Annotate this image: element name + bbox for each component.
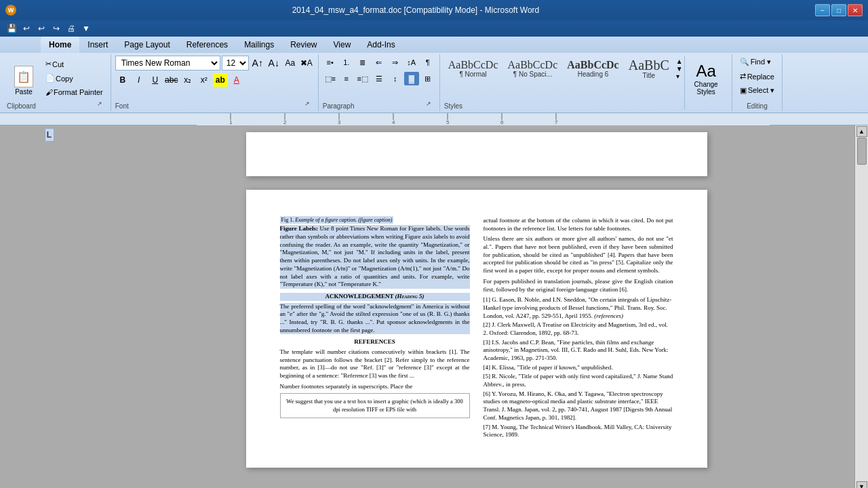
styles-scroll: ▲ ▼ ▾ bbox=[675, 56, 684, 81]
shrink-font-button[interactable]: A↓ bbox=[267, 56, 281, 70]
change-styles-icon: Aa bbox=[696, 62, 715, 81]
highlight-button[interactable]: ab bbox=[213, 73, 228, 87]
change-case-button[interactable]: Aa bbox=[283, 56, 298, 70]
fig-label-text: Fig 1. Example of a figure caption. (fig… bbox=[280, 216, 394, 224]
align-left-button[interactable]: ⬚≡ bbox=[323, 72, 338, 85]
close-button[interactable]: ✕ bbox=[848, 4, 863, 16]
shading-button[interactable]: ▓ bbox=[404, 72, 419, 85]
decrease-indent-button[interactable]: ⇐ bbox=[372, 56, 387, 69]
tab-home[interactable]: Home bbox=[41, 37, 79, 53]
underline-button[interactable]: U bbox=[148, 73, 163, 87]
document-scroll[interactable]: Fig 1. Example of a figure caption. (fig… bbox=[98, 125, 854, 488]
maximize-button[interactable]: □ bbox=[831, 4, 846, 16]
font-content: Times New Roman 12 A↑ A↓ Aa ✖A B I U abc… bbox=[115, 56, 314, 100]
section-marker: L bbox=[45, 128, 54, 142]
tab-review[interactable]: Review bbox=[282, 37, 325, 53]
customize-qa-button[interactable]: ▼ bbox=[80, 22, 92, 35]
save-qa-button[interactable]: 💾 bbox=[5, 22, 18, 35]
redo-button[interactable]: ↪ bbox=[50, 22, 62, 35]
subscript-button[interactable]: x₂ bbox=[180, 73, 195, 87]
justify-button[interactable]: ☰ bbox=[372, 72, 387, 85]
style-no-spacing[interactable]: AaBbCcDc ¶ No Spaci... bbox=[504, 57, 562, 81]
paste-button[interactable]: 📋 Paste bbox=[7, 57, 41, 99]
change-styles-label: ChangeStyles bbox=[694, 81, 718, 96]
acknowledgement-heading: ACKNOWLEDGEMENT (Heading 5) bbox=[280, 293, 470, 301]
multilevel-button[interactable]: ≣ bbox=[355, 56, 370, 69]
select-label: Select ▾ bbox=[748, 86, 775, 95]
left-bar-content: L bbox=[0, 125, 98, 144]
document-main-page[interactable]: Fig 1. Example of a figure caption. (fig… bbox=[246, 190, 707, 468]
replace-label: Replace bbox=[747, 73, 774, 81]
format-painter-button[interactable]: 🖌 Format Painter bbox=[42, 86, 106, 98]
copy-label: Copy bbox=[56, 75, 73, 83]
align-right-button[interactable]: ≡⬚ bbox=[355, 72, 370, 85]
font-color-button[interactable]: A bbox=[229, 73, 244, 87]
align-center-button[interactable]: ≡ bbox=[339, 72, 354, 85]
style-h6-preview: AaBbCcDc bbox=[567, 60, 618, 70]
styles-up-button[interactable]: ▲ bbox=[676, 58, 683, 65]
left-sidebar: L bbox=[0, 125, 98, 488]
vertical-scrollbar[interactable]: ▲ ▼ ▼ bbox=[854, 125, 868, 488]
quick-access-toolbar: 💾 ↩ ↩ ↪ 🖨 ▼ bbox=[0, 20, 868, 37]
change-styles-button[interactable]: Aa ChangeStyles bbox=[688, 58, 725, 99]
print-button[interactable]: 🖨 bbox=[65, 22, 77, 35]
font-dialog-launcher[interactable]: ↗ bbox=[304, 100, 314, 110]
copy-button[interactable]: 📄 Copy bbox=[42, 72, 106, 85]
borders-button[interactable]: ⊞ bbox=[420, 72, 435, 85]
office-logo: W bbox=[5, 5, 16, 16]
sort-button[interactable]: ↕A bbox=[404, 56, 419, 69]
tab-insert[interactable]: Insert bbox=[79, 37, 116, 53]
window-title: 2014_04_msw_a4_format.doc [Compatibility… bbox=[16, 5, 815, 15]
styles-more-button[interactable]: ▾ bbox=[676, 73, 683, 80]
minimize-button[interactable]: − bbox=[815, 4, 830, 16]
ruler: 1 2 3 4 5 6 7 bbox=[0, 113, 868, 125]
figure-labels-para: Figure Labels: Use 8 point Times New Rom… bbox=[280, 225, 470, 289]
grow-font-button[interactable]: A↑ bbox=[250, 56, 265, 70]
document-header-page bbox=[246, 132, 707, 176]
paragraph-row2: ⬚≡ ≡ ≡⬚ ☰ ↕ ▓ ⊞ bbox=[323, 72, 435, 85]
find-button[interactable]: 🔍 Find ▾ bbox=[736, 56, 774, 68]
replace-button[interactable]: ⇄ Replace bbox=[736, 70, 778, 83]
format-painter-label: Format Painter bbox=[54, 88, 103, 96]
tab-view[interactable]: View bbox=[326, 37, 359, 53]
bullets-button[interactable]: ≡• bbox=[323, 56, 338, 69]
tab-add-ins[interactable]: Add-Ins bbox=[359, 37, 403, 53]
font-name-select[interactable]: Times New Roman bbox=[115, 56, 220, 70]
font-format-row: B I U abc x₂ x² ab A bbox=[115, 73, 244, 87]
scroll-down-button[interactable]: ▼ bbox=[856, 481, 867, 488]
numbering-button[interactable]: 1. bbox=[339, 56, 354, 69]
graphic-suggestion-text: We suggest that you use a text box to in… bbox=[285, 398, 465, 413]
line-spacing-button[interactable]: ↕ bbox=[388, 72, 403, 85]
style-heading6[interactable]: AaBbCcDc Heading 6 bbox=[563, 57, 623, 81]
svg-text:5: 5 bbox=[446, 119, 450, 125]
font-size-select[interactable]: 12 bbox=[222, 56, 249, 70]
clipboard-dialog-launcher[interactable]: ↗ bbox=[97, 100, 106, 110]
clear-format-button[interactable]: ✖A bbox=[299, 56, 314, 70]
style-normal[interactable]: AaBbCcDc ¶ Normal bbox=[444, 57, 502, 81]
cut-button[interactable]: ✂ Cut bbox=[42, 58, 106, 70]
paste-section: 📋 Paste bbox=[7, 57, 41, 99]
select-button[interactable]: ▣ Select ▾ bbox=[736, 84, 778, 97]
scroll-thumb[interactable] bbox=[857, 138, 867, 165]
tab-page-layout[interactable]: Page Layout bbox=[116, 37, 178, 53]
show-formatting-button[interactable]: ¶ bbox=[420, 56, 435, 69]
tab-mailings[interactable]: Mailings bbox=[236, 37, 282, 53]
scroll-up-button[interactable]: ▲ bbox=[856, 126, 867, 137]
font-group: Times New Roman 12 A↑ A↓ Aa ✖A B I U abc… bbox=[111, 54, 319, 111]
superscript-button[interactable]: x² bbox=[197, 73, 212, 87]
ref-7: [7] M. Young, The Technical Writer's Han… bbox=[484, 424, 673, 439]
paragraph-dialog-launcher[interactable]: ↗ bbox=[426, 100, 435, 110]
bold-button[interactable]: B bbox=[115, 73, 130, 87]
references-heading: REFERENCES bbox=[280, 338, 470, 346]
style-title[interactable]: AaBbC Title bbox=[625, 56, 673, 82]
undo-arrow-button[interactable]: ↩ bbox=[35, 22, 47, 35]
increase-indent-button[interactable]: ⇒ bbox=[388, 56, 403, 69]
styles-down-button[interactable]: ▼ bbox=[676, 65, 683, 73]
tab-references[interactable]: References bbox=[178, 37, 236, 53]
scroll-track bbox=[855, 138, 868, 481]
italic-button[interactable]: I bbox=[132, 73, 146, 87]
svg-text:3: 3 bbox=[338, 119, 341, 125]
styles-label: Styles bbox=[444, 101, 462, 110]
undo-button[interactable]: ↩ bbox=[20, 22, 33, 35]
strikethrough-button[interactable]: abc bbox=[164, 73, 179, 87]
